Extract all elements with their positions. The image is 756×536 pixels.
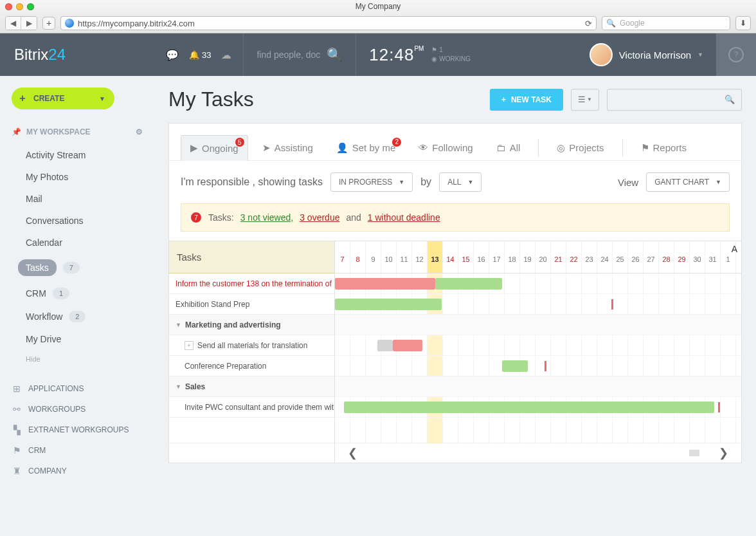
day-column[interactable]: 30 [690,241,705,273]
day-column[interactable]: 18 [505,241,520,273]
day-column[interactable]: 24 [597,241,613,273]
plus-icon: + [501,95,506,104]
sidebar-item-photos[interactable]: My Photos [12,166,143,188]
day-column[interactable]: 7 [335,241,350,273]
gantt-timeline-header: A 78910111213141516171819202122232425262… [335,241,741,273]
day-column[interactable]: 15 [458,241,474,273]
logo[interactable]: Bitrix24 [0,46,154,64]
sidebar-group-crm[interactable]: ⚑CRM [12,440,143,461]
cloud-icon[interactable]: ☁ [221,49,231,61]
back-button[interactable]: ◀ [6,17,21,30]
sidebar-item-crm[interactable]: CRM 1 [12,282,143,305]
url-bar[interactable]: https://mycompany.bitrix24.com ⟳ [60,16,597,30]
app-header: Bitrix24 💬 🔔 33 ☁ find people, doc 🔍 12:… [0,33,756,76]
browser-search[interactable]: 🔍 Google [602,16,730,30]
tab-setbyme[interactable]: 👤Set by me 2 [327,136,405,160]
day-column[interactable]: 17 [489,241,505,273]
day-column[interactable]: 31 [705,241,721,273]
expand-icon[interactable]: + [184,341,194,350]
filter-scope[interactable]: ALL▼ [439,172,482,192]
day-column[interactable]: 14 [443,241,458,273]
day-column[interactable]: 26 [628,241,644,273]
tab-all[interactable]: 🗀All [487,136,530,160]
filter-view[interactable]: GANTT CHART▼ [646,172,730,192]
tab-ongoing[interactable]: ▶Ongoing 5 [181,135,248,161]
task-search[interactable]: 🔍 [607,89,742,111]
sidebar-item-drive[interactable]: My Drive [12,328,143,350]
scroll-left-icon[interactable]: ❮ [348,446,357,460]
gantt-scrollbar[interactable]: ❮ ❯ [335,443,741,463]
day-column[interactable]: 22 [566,241,582,273]
day-column[interactable]: 25 [613,241,628,273]
add-button[interactable]: + [42,17,55,30]
day-column[interactable]: 16 [474,241,489,273]
gantt-bar-row[interactable] [335,273,741,294]
sort-button[interactable]: ☰▼ [571,89,599,111]
day-column[interactable]: 10 [381,241,397,273]
sidebar-item-tasks[interactable]: Tasks 7 [12,254,143,282]
day-column[interactable]: 20 [536,241,551,273]
day-column[interactable]: 12 [412,241,428,273]
sidebar-group-extranet[interactable]: ▚EXTRANET WORKGROUPS [12,420,143,440]
user-menu[interactable]: Victoria Morrison ▼ [577,43,716,66]
header-search[interactable]: find people, doc 🔍 [244,47,356,62]
day-column[interactable]: 13 [428,241,443,273]
tab-reports[interactable]: ⚑Reports [632,136,696,160]
scroll-thumb[interactable] [689,450,699,456]
scroll-right-icon[interactable]: ❯ [719,446,728,460]
gantt-task-row[interactable]: Exhibition Stand Prep [169,294,334,315]
tasks-alert: 7 Tasks: 3 not viewed, 3 overdue and 1 w… [181,203,730,232]
day-column[interactable]: 28 [659,241,674,273]
reload-icon[interactable]: ⟳ [585,19,592,28]
gantt-task-row[interactable]: +Send all materials for translation [169,335,334,356]
tab-assisting[interactable]: ➤Assisting [253,136,322,160]
filter-status[interactable]: IN PROGRESS▼ [330,172,413,192]
day-column[interactable]: 23 [582,241,597,273]
gantt-bar-row[interactable] [335,356,741,376]
link-no-deadline[interactable]: 1 without deadline [368,212,440,223]
day-column[interactable]: 21 [551,241,566,273]
gantt-task-row[interactable]: Invite PWC consultant and provide them w… [169,397,334,418]
link-not-viewed[interactable]: 3 not viewed, [240,212,294,223]
sidebar-item-activity[interactable]: Activity Stream [12,144,143,166]
gantt-group-row[interactable]: ▼Marketing and advertising [169,315,334,335]
plus-icon: + [12,93,33,104]
day-column[interactable]: 8 [350,241,366,273]
chat-icon[interactable]: 💬 [166,49,179,61]
person-icon: 👤 [336,142,348,154]
day-column[interactable]: 11 [397,241,412,273]
sidebar-item-conversations[interactable]: Conversations [12,210,143,232]
gantt-task-row[interactable]: Inform the customer 138 on the terminati… [169,273,334,294]
day-column[interactable]: 29 [674,241,690,273]
tab-projects[interactable]: ◎Projects [548,136,613,160]
day-column[interactable]: 9 [366,241,381,273]
browser-chrome: My Company ◀ ▶ + https://mycompany.bitri… [0,0,756,33]
sidebar-item-mail[interactable]: Mail [12,188,143,210]
header-clock[interactable]: 12:48PM ⚑ 1 ◉ WORKING [356,45,483,65]
gantt-bar-row[interactable] [335,335,741,356]
tab-following[interactable]: 👁Following [410,136,482,160]
create-button[interactable]: + CREATE ▼ [12,88,114,109]
globe-icon [65,19,74,28]
downloads-button[interactable]: ⬇ [735,16,751,30]
sidebar-item-workflow[interactable]: Workflow 2 [12,305,143,328]
gantt-bar-row[interactable] [335,294,741,315]
task-tabs: ▶Ongoing 5 ➤Assisting 👤Set by me 2 👁Foll… [169,124,741,161]
gantt-task-row[interactable]: Conference Preparation [169,356,334,376]
day-column[interactable]: 19 [520,241,536,273]
sidebar-group-applications[interactable]: ⊞APPLICATIONS [12,378,143,399]
link-overdue[interactable]: 3 overdue [300,212,339,223]
sidebar-group-company[interactable]: ♜COMPANY [12,461,143,481]
notification-bell[interactable]: 🔔 33 [189,50,211,60]
sidebar-hide[interactable]: Hide [12,355,143,363]
day-column[interactable]: 27 [644,241,659,273]
gantt-group-row[interactable]: ▼Sales [169,376,334,397]
sidebar-item-calendar[interactable]: Calendar [12,232,143,254]
target-icon: ◎ [557,142,565,154]
gantt-bar-row[interactable] [335,397,741,418]
sidebar-group-workgroups[interactable]: ⚯WORKGROUPS [12,399,143,420]
new-task-button[interactable]: + NEW TASK [490,89,563,111]
forward-button[interactable]: ▶ [21,17,37,30]
help-button[interactable]: ? [716,33,756,76]
gear-icon[interactable]: ⚙ [136,127,143,136]
